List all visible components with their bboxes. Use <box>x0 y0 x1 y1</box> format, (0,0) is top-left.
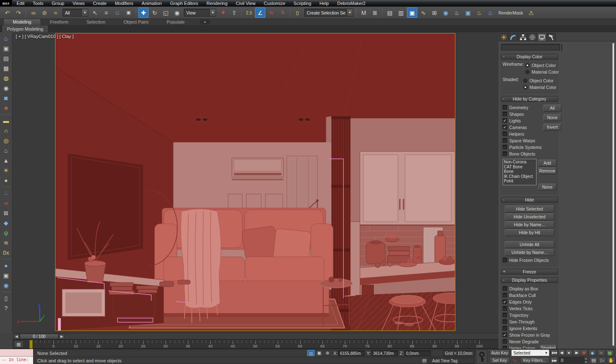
list-item[interactable]: CAT Bone <box>504 165 535 170</box>
rollout-toggle-icon[interactable]: + <box>503 269 505 274</box>
camera-helper-icon[interactable]: ◙ <box>1 93 12 103</box>
rendered-frame-window-icon[interactable]: ▣ <box>463 7 473 18</box>
hide-button-unhide-by-name-[interactable]: Unhide by Name... <box>505 249 554 256</box>
rect-light-icon[interactable]: ▬ <box>1 116 12 126</box>
category-particle-systems-checkbox[interactable] <box>503 145 507 149</box>
render-setup-icon[interactable]: ♨ <box>452 7 462 18</box>
hide-button-hide-unselected[interactable]: Hide Unselected <box>505 213 554 220</box>
key-mode-dropdown[interactable]: Selected ▼ <box>511 350 549 356</box>
viewport[interactable]: [ + ] [ VRayCam010 ] [ Clay ] Z X y <box>12 32 498 333</box>
mirror-icon[interactable]: M <box>359 7 369 18</box>
ribbon-tab-selection[interactable]: Selection <box>77 19 114 25</box>
previous-frame-icon[interactable]: ◀▮ <box>558 350 565 356</box>
hbc-none-button[interactable]: None <box>543 114 561 121</box>
time-configuration-icon[interactable]: ▤ <box>590 357 598 364</box>
pin-icon[interactable]: ◘ <box>307 350 315 356</box>
scene-explorer-icon[interactable]: ▣ <box>407 7 417 18</box>
next-frame-icon[interactable]: ▮▶ <box>573 350 580 356</box>
category-geometry-checkbox[interactable] <box>503 105 507 110</box>
rollout-toggle-icon[interactable]: - <box>503 54 504 59</box>
ribbon-tab-populate[interactable]: Populate <box>157 19 193 25</box>
activeshade-icon[interactable]: ♨ <box>485 7 496 18</box>
frame-spinner[interactable]: ▲▼ <box>584 357 588 364</box>
time-slider-handle[interactable]: 0 / 100 <box>20 334 58 339</box>
menu-views[interactable]: Views <box>68 0 89 6</box>
teapot-render-icon[interactable]: ♨ <box>1 34 12 43</box>
application-menu-button[interactable]: MAX <box>0 0 12 7</box>
material-sphere-icon[interactable]: ● <box>1 261 12 271</box>
add-time-tag[interactable]: Add Time Tag <box>428 358 474 364</box>
zoom-extents-all-icon[interactable]: ▦ <box>606 350 614 356</box>
rectangular-selection-region-icon[interactable]: □ <box>112 7 123 18</box>
hbc-invert-button[interactable]: Invert <box>543 124 561 131</box>
object-color-swatch[interactable] <box>561 44 562 50</box>
select-by-name-icon[interactable]: ≡ <box>101 7 111 18</box>
menu-customize[interactable]: Customize <box>260 0 289 6</box>
menu-animation[interactable]: Animation <box>137 0 166 6</box>
wireframe-object-color-radio[interactable] <box>525 63 529 67</box>
kitchen-cabinets[interactable] <box>360 151 455 225</box>
film-camera-icon[interactable]: ■ <box>1 103 12 113</box>
selection-loop-icon[interactable]: ∩ <box>597 350 605 356</box>
auto-key-button[interactable]: Auto Key <box>489 350 510 356</box>
help-icon[interactable]: ? <box>1 303 12 313</box>
prop-see-through-checkbox[interactable] <box>503 319 507 324</box>
menu-help[interactable]: Help <box>315 0 333 6</box>
edit-named-selection-sets-icon[interactable]: {} <box>292 7 303 18</box>
rock-icon[interactable]: ◆ <box>1 218 12 228</box>
prop-edges-only-checkbox[interactable]: ✓ <box>503 299 507 304</box>
lock-icon[interactable]: ▣ <box>315 350 323 356</box>
set-key-button[interactable]: Set Key <box>489 357 510 364</box>
render-warning-icon[interactable]: ⚠ <box>526 7 537 18</box>
render-production-icon[interactable]: ♨ <box>474 7 484 18</box>
menu-scripting[interactable]: Scripting <box>289 0 315 6</box>
menu-debrismaker2[interactable]: DebrisMaker2 <box>333 0 369 6</box>
rollout-toggle-icon[interactable]: - <box>503 197 504 202</box>
bitmap-icon[interactable]: ▣ <box>1 271 12 280</box>
use-pivot-point-icon[interactable]: ◉ <box>172 7 182 18</box>
select-and-move-icon[interactable]: ✚ <box>138 7 149 18</box>
ac-unit[interactable] <box>232 158 284 180</box>
spinner-snap-icon[interactable]: ⇅ <box>277 7 288 18</box>
key-filters-button[interactable]: Key Filters... <box>520 357 549 364</box>
blanket[interactable] <box>181 209 221 323</box>
rollout-header-hide-by-category[interactable]: -Hide by Category <box>501 96 558 102</box>
select-object-icon[interactable]: ↖ <box>90 7 100 18</box>
set-keys-button[interactable] <box>476 350 488 364</box>
current-frame-field[interactable]: 0 <box>559 357 584 364</box>
chevron-down-icon[interactable]: ▼ <box>346 9 353 16</box>
hbc-list-remove-button[interactable]: Remove <box>538 168 556 175</box>
sun-light-icon[interactable]: ☀ <box>1 165 12 175</box>
menu-civil-view[interactable]: Civil View <box>232 0 260 6</box>
prop-never-degrade-checkbox[interactable] <box>503 339 507 344</box>
select-and-link-icon[interactable]: ∞ <box>28 7 38 18</box>
select-sphere-icon[interactable]: ◉ <box>1 280 12 290</box>
hide-button-hide-by-hit[interactable]: Hide by Hit <box>505 229 554 236</box>
undo-icon[interactable]: ↶ <box>2 7 12 18</box>
display-tab[interactable] <box>537 33 546 41</box>
modify-tab[interactable] <box>509 33 518 41</box>
track-bar[interactable]: ▦ 51015202530354045505560657075808590951… <box>12 339 498 349</box>
list-item[interactable]: Point <box>504 179 535 184</box>
list-item[interactable]: Non-Corona <box>504 160 535 165</box>
ribbon-tab-modeling[interactable]: Modeling <box>3 19 41 25</box>
named-sets-dropdown[interactable]: Create Selection Se▼ <box>304 9 353 17</box>
object-name-field[interactable] <box>501 44 560 50</box>
menu-create[interactable]: Create <box>89 0 111 6</box>
category-space-warps-checkbox[interactable] <box>503 138 507 143</box>
command-panel-scrollbar[interactable] <box>612 43 614 346</box>
track-bar-ruler[interactable]: 5101520253035404550556065707580859095100 <box>31 340 495 349</box>
prop-show-frozen-in-gray-checkbox[interactable]: ✓ <box>503 333 507 337</box>
wireframe-material-color-radio[interactable] <box>525 70 529 74</box>
ribbon-tab-object-paint[interactable]: Object Paint <box>115 19 158 25</box>
pan-view-icon[interactable]: ✋ <box>607 357 615 364</box>
viewport-label[interactable]: [ + ] [ VRayCam010 ] [ Clay ] <box>16 34 74 39</box>
select-and-rotate-icon[interactable]: ↻ <box>149 7 160 18</box>
prop-ignore-extents-checkbox[interactable] <box>503 326 507 330</box>
listener-line[interactable]: -- In line: <box>0 357 33 364</box>
percent-snap-icon[interactable]: % <box>266 7 277 18</box>
default-in-out-tangents-icon[interactable]: ∿ <box>512 357 517 364</box>
hair-fur-icon[interactable]: ≋ <box>1 238 12 248</box>
scene-dialog-icon[interactable]: ▦ <box>1 63 12 73</box>
slatted-divider[interactable] <box>332 116 351 330</box>
